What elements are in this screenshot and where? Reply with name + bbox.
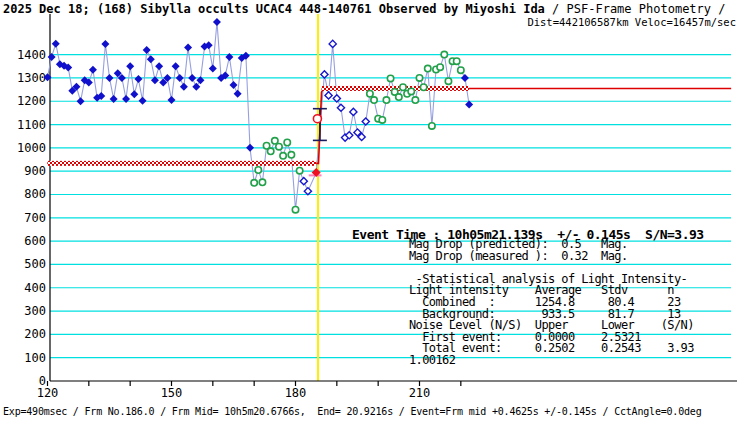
statistic-point <box>284 139 290 145</box>
excluded-point <box>325 92 332 99</box>
statistic-point <box>400 84 406 90</box>
title-method: / PSF-Frame Photometry / <box>545 2 726 16</box>
baseline-point <box>126 62 134 70</box>
baseline-point <box>147 55 155 63</box>
statistic-point <box>276 143 282 149</box>
statistic-point <box>259 179 265 185</box>
statistic-point <box>416 75 422 81</box>
statistic-point <box>280 153 286 159</box>
statistic-point <box>251 180 257 186</box>
baseline-point <box>105 74 113 82</box>
baseline-point <box>155 62 163 70</box>
x-tick-label: 150 <box>161 386 183 400</box>
x-tick-label: 120 <box>37 386 59 400</box>
baseline-point <box>188 74 196 82</box>
baseline-point <box>167 96 175 104</box>
baseline-point <box>101 40 109 48</box>
baseline-point <box>213 18 221 26</box>
baseline-point <box>172 62 180 70</box>
baseline-point <box>229 81 237 89</box>
data-point-markers <box>44 18 474 213</box>
excluded-point <box>329 40 336 47</box>
statistic-point <box>296 168 302 174</box>
statistic-point <box>387 75 393 81</box>
statistic-point <box>425 65 431 71</box>
model-background-hatched-line <box>48 161 317 166</box>
statistic-point <box>445 78 451 84</box>
y-tick-label: 200 <box>24 327 46 341</box>
baseline-point <box>134 75 142 83</box>
statistic-point <box>441 51 447 57</box>
statistic-point <box>371 97 377 103</box>
statistic-point <box>458 67 464 73</box>
statistic-point <box>412 97 418 103</box>
excluded-point <box>337 104 344 111</box>
statistic-point <box>272 138 278 144</box>
baseline-point <box>130 90 138 98</box>
y-tick-label: 700 <box>24 211 46 225</box>
excluded-point <box>304 188 311 195</box>
y-tick-label: 900 <box>24 164 46 178</box>
statistic-point <box>453 58 459 64</box>
baseline-point <box>139 97 147 105</box>
statistic-point <box>383 97 389 103</box>
x-tick-label: 180 <box>285 386 307 400</box>
statistic-point <box>429 123 435 129</box>
baseline-point <box>89 66 97 74</box>
distance-velocity-label: Dist=442106587km Veloc=16457m/sec <box>527 16 736 28</box>
baseline-point <box>180 83 188 91</box>
y-tick-label: 1300 <box>17 71 46 85</box>
statistic-point <box>267 148 273 154</box>
statistic-point <box>367 91 373 97</box>
title-main: 2025 Dec 18; (168) Sibylla occults UCAC4… <box>3 2 545 16</box>
baseline-point <box>234 90 242 98</box>
statistic-point <box>292 206 298 212</box>
y-tick-label: 600 <box>24 234 46 248</box>
baseline-point <box>209 65 217 73</box>
statistic-point <box>396 94 402 100</box>
reappearance-circle-marker <box>313 115 321 123</box>
statistic-point <box>420 84 426 90</box>
statistics-block: Mag Drop (predicted): 0.5 Mag. Mag Drop … <box>409 239 694 367</box>
excluded-point <box>321 71 328 78</box>
statistic-point <box>288 152 294 158</box>
baseline-point <box>192 83 200 91</box>
statistic-point <box>255 167 261 173</box>
page-title: 2025 Dec 18; (168) Sibylla occults UCAC4… <box>3 2 725 16</box>
statistic-point <box>437 64 443 70</box>
y-tick-label: 500 <box>24 257 46 271</box>
baseline-point <box>246 144 254 152</box>
statistic-point <box>408 88 414 94</box>
baseline-point <box>184 44 192 52</box>
y-tick-label: 1000 <box>17 141 46 155</box>
baseline-point <box>52 40 60 48</box>
excluded-point <box>350 108 357 115</box>
y-tick-label: 1400 <box>17 48 46 62</box>
frame-info-footer: Exp=490msec / Frm No.186.0 / Frm Mid= 10… <box>3 406 701 417</box>
baseline-point <box>77 97 85 105</box>
y-tick-label: 800 <box>24 187 46 201</box>
statistic-point <box>379 117 385 123</box>
y-tick-label: 1200 <box>17 94 46 108</box>
y-tick-label: 400 <box>24 281 46 295</box>
y-tick-label: 100 <box>24 351 46 365</box>
baseline-point <box>176 74 184 82</box>
baseline-point <box>143 46 151 54</box>
y-tick-label: 0 <box>39 374 46 388</box>
excluded-point <box>300 178 307 185</box>
x-tick-label: 210 <box>409 386 431 400</box>
y-tick-label: 1100 <box>17 118 46 132</box>
light-curve-polyline <box>48 22 470 210</box>
photometry-window: 1201501802100100200300400500600700800900… <box>0 0 740 425</box>
baseline-point <box>461 74 469 82</box>
y-tick-label: 300 <box>24 304 46 318</box>
